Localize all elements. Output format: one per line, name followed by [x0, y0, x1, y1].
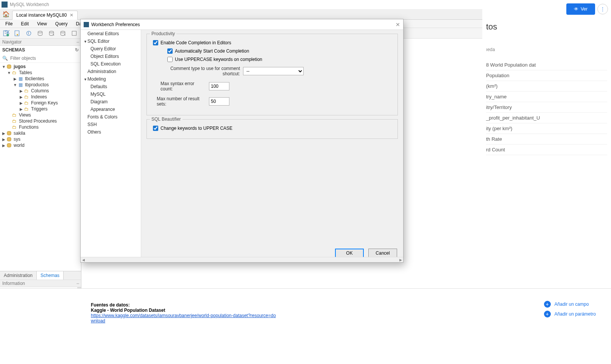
list-item[interactable]: rd Count [486, 145, 607, 155]
menu-edit[interactable]: Edit [17, 20, 33, 27]
tree-label: Stored Procedures [19, 118, 57, 124]
sidebar-item-appearance[interactable]: Appearance [81, 106, 141, 113]
menu-view[interactable]: View [33, 20, 51, 27]
triggers-folder[interactable]: ▶🗀 Triggers [0, 106, 81, 112]
foreign-keys-folder[interactable]: ▶🗀 Foreign Keys [0, 100, 81, 106]
dialog-hscrollbar[interactable]: ◀ ▶ [81, 257, 403, 262]
table-tbproductos[interactable]: ▼▦ tbproductos [0, 82, 81, 88]
sidebar-item-mysql[interactable]: MySQL [81, 90, 141, 98]
enable-code-completion-checkbox[interactable] [153, 40, 158, 45]
information-title-label: Information [2, 281, 25, 286]
cancel-button[interactable]: Cancel [368, 249, 397, 258]
sidebar-item-sql-editor[interactable]: ▼SQL Editor [81, 37, 141, 45]
db-world[interactable]: ▶ world [0, 142, 81, 148]
information-title: Information ····· [0, 280, 81, 287]
eye-icon: 👁 [574, 6, 578, 12]
auto-start-completion-checkbox[interactable] [167, 48, 173, 54]
add-parameter-button[interactable]: + Añadir un parámetro [544, 309, 596, 319]
ok-button[interactable]: OK [335, 249, 364, 258]
dialog-title: Workbench Preferences [91, 22, 140, 27]
db-sys[interactable]: ▶ sys [0, 136, 81, 142]
productivity-group: Productivity Enable Code Completion in E… [147, 34, 398, 115]
db-sakila[interactable]: ▶ sakila [0, 130, 81, 136]
sidebar-item-diagram[interactable]: Diagram [81, 98, 141, 106]
sidebar-item-sql-execution[interactable]: SQL Execution [81, 60, 141, 68]
max-result-input[interactable] [209, 97, 229, 106]
tree-label: Columns [31, 88, 49, 93]
new-sql-tab-button[interactable]: SQL [2, 29, 11, 38]
comment-type-select[interactable]: -- [243, 67, 304, 75]
tree-label: Triggers [31, 106, 48, 112]
scroll-left-icon[interactable]: ◀ [81, 258, 86, 262]
plus-icon: + [544, 301, 551, 308]
tree-label: sakila [14, 131, 25, 136]
add-field-button[interactable]: + Añadir un campo [544, 299, 596, 309]
tables-folder[interactable]: ▼🗀 Tables [0, 70, 81, 76]
more-button[interactable]: ⋮ [597, 4, 608, 14]
dialog-app-icon [84, 22, 89, 27]
list-item[interactable]: ity (per km²) [486, 123, 607, 134]
connection-tab[interactable]: Local instance MySQL80 ✕ [12, 11, 78, 20]
uppercase-keywords-checkbox[interactable] [167, 57, 173, 62]
indexes-folder[interactable]: ▶🗀 Indexes [0, 94, 81, 100]
ver-button[interactable]: 👁 Ver [566, 3, 595, 15]
columns-folder[interactable]: ▶🗀 Columns [0, 88, 81, 94]
stored-procedures-folder[interactable]: 🗀 Stored Procedures [0, 118, 81, 124]
sidebar-label: Modeling [87, 76, 106, 82]
svg-text:i: i [28, 30, 29, 36]
dialog-close-button[interactable]: ✕ [396, 22, 400, 28]
sidebar-item-object-editors[interactable]: Object Editors [81, 53, 141, 60]
beautifier-group: SQL Beautifier Change keywords to UPPER … [147, 119, 398, 139]
views-folder[interactable]: 🗀 Views [0, 112, 81, 118]
tab-schemas[interactable]: Schemas [37, 271, 64, 280]
menu-query[interactable]: Query [51, 20, 72, 27]
max-syntax-input[interactable] [209, 82, 229, 90]
list-item[interactable]: try_name [486, 92, 607, 102]
sidebar-label: Others [87, 129, 101, 135]
scroll-right-icon[interactable]: ▶ [398, 258, 403, 262]
table-tbclientes[interactable]: ▶▦ tbclientes [0, 76, 81, 82]
functions-folder[interactable]: 🗀 Functions [0, 124, 81, 130]
filter-input[interactable] [9, 55, 79, 62]
sidebar-item-defaults[interactable]: Defaults [81, 83, 141, 90]
tree-label: sys [14, 137, 20, 142]
sidebar-item-administration[interactable]: Administration [81, 68, 141, 75]
close-icon[interactable]: ✕ [70, 12, 73, 18]
list-item[interactable]: _profit_per_inhabitant_U [486, 113, 607, 123]
navigator-title-label: Navigator [2, 39, 22, 45]
inspector-button[interactable]: i [24, 29, 33, 38]
source-link[interactable]: https://www.kaggle.com/datasets/iamsoura… [91, 313, 276, 318]
sidebar-item-general-editors[interactable]: General Editors [81, 30, 141, 37]
tab-administration[interactable]: Administration [0, 271, 37, 280]
list-item[interactable]: th Rate [486, 134, 607, 145]
sidebar-item-fonts-colors[interactable]: Fonts & Colors [81, 113, 141, 121]
filter-row: 🔍 [0, 54, 81, 63]
checkbox-label: Enable Code Completion in Editors [161, 40, 231, 45]
source-link-2[interactable]: wnload [91, 318, 105, 324]
list-item[interactable]: Population [486, 70, 607, 81]
checkbox-label: Use UPPERCASE keywords on completion [175, 57, 262, 62]
sidebar-item-ssh[interactable]: SSH [81, 121, 141, 128]
list-item[interactable]: itry/Territory [486, 102, 607, 113]
data-import-button[interactable] [58, 29, 67, 38]
svg-point-8 [61, 31, 65, 33]
tree-label: world [14, 143, 25, 148]
schemas-header-label: SCHEMAS [2, 47, 25, 53]
list-item[interactable]: 8 World Population dat [486, 60, 607, 70]
upper-case-checkbox[interactable] [153, 126, 158, 131]
sidebar-item-query-editor[interactable]: Query Editor [81, 45, 141, 53]
menu-file[interactable]: File [2, 20, 16, 27]
server-button-1[interactable] [70, 29, 79, 38]
tree-label: Foreign Keys [31, 100, 58, 106]
refresh-icon[interactable]: ↻ [75, 47, 79, 53]
sidebar-item-modeling[interactable]: ▼Modeling [81, 75, 141, 83]
db-jugos[interactable]: ▼ jugos [0, 64, 81, 70]
group-legend: Productivity [150, 31, 176, 36]
data-export-button[interactable] [47, 29, 56, 38]
list-item[interactable]: (km²) [486, 81, 607, 92]
open-sql-button[interactable] [13, 29, 22, 38]
sidebar-item-others[interactable]: Others [81, 128, 141, 136]
home-tab[interactable]: 🏠 [0, 9, 12, 20]
tree-label: Tables [19, 70, 32, 75]
user-admin-button[interactable] [36, 29, 45, 38]
